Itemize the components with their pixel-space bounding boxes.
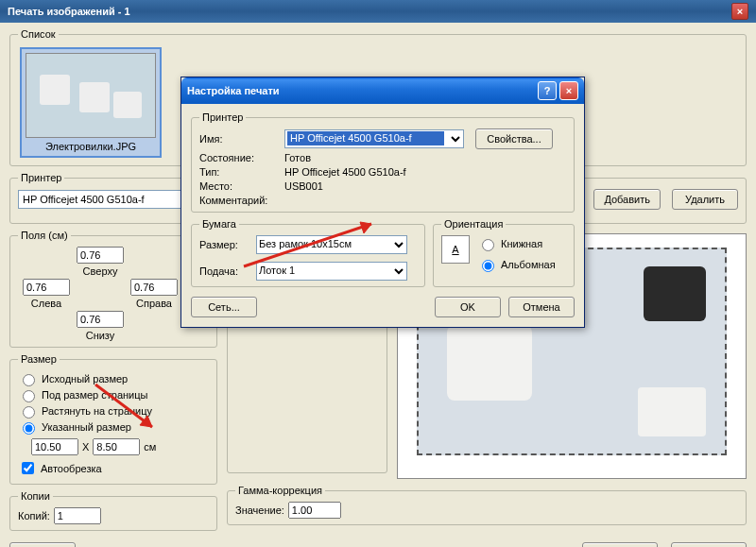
printer-properties-button[interactable]: Свойства... <box>475 128 553 149</box>
printer-status-value: Готов <box>284 152 566 163</box>
svg-marker-1 <box>360 222 371 233</box>
size-width-input[interactable] <box>31 438 78 455</box>
printer-legend: Принтер <box>18 172 64 183</box>
list-legend: Список <box>18 28 59 40</box>
size-legend: Размер <box>18 353 60 365</box>
margin-right-input[interactable] <box>130 279 178 296</box>
printer-name-value: HP Officejet 4500 G510a-f <box>287 131 444 145</box>
ok-button[interactable]: OK <box>435 297 501 317</box>
print-setup-dialog: Настройка печати ? × Принтер Имя: HP Off… <box>180 77 585 328</box>
copies-label: Копий: <box>18 510 50 521</box>
size-x-label: X <box>82 441 89 453</box>
svg-marker-3 <box>140 416 152 427</box>
dialog-orientation-fieldset: Ориентация A Книжная Альбомная <box>433 218 575 287</box>
annotation-arrow-2 <box>91 380 166 436</box>
window-close-button[interactable]: × <box>731 3 748 20</box>
dialog-printer-legend: Принтер <box>199 111 246 123</box>
copies-input[interactable] <box>54 507 101 524</box>
printer-type-value: HP Officejet 4500 G510a-f <box>284 166 566 178</box>
gamma-label: Значение: <box>235 504 284 516</box>
printer-where-value: USB001 <box>284 180 566 192</box>
margin-bottom-label: Снизу <box>86 330 115 341</box>
dialog-orientation-legend: Ориентация <box>441 218 506 230</box>
copies-legend: Копии <box>18 490 53 502</box>
window-title: Печать изображений - 1 <box>8 6 130 17</box>
size-height-input[interactable] <box>93 438 140 455</box>
copies-fieldset: Копии Копий: <box>9 490 217 531</box>
main-titlebar: Печать изображений - 1 × <box>0 0 756 23</box>
size-unit-label: см <box>144 441 156 453</box>
printer-type-label: Тип: <box>199 166 284 178</box>
reset-button[interactable]: Сброс <box>9 542 76 547</box>
gamma-fieldset: Гамма-коррекция Значение: <box>227 485 747 525</box>
margin-top-input[interactable] <box>77 247 124 264</box>
margin-left-label: Слева <box>31 298 61 309</box>
autocrop-checkbox[interactable]: Автообрезка <box>18 459 209 477</box>
annotation-arrow-1 <box>239 214 390 271</box>
remove-button[interactable]: Удалить <box>672 189 738 210</box>
thumbnail-image <box>26 53 156 138</box>
margin-right-label: Справа <box>136 298 172 309</box>
gamma-input[interactable] <box>288 502 341 519</box>
print-button[interactable]: Печать <box>582 542 658 547</box>
network-button[interactable]: Сеть... <box>191 297 257 317</box>
dialog-printer-fieldset: Принтер Имя: HP Officejet 4500 G510a-f С… <box>191 111 575 213</box>
thumbnail-label: Электровилки.JPG <box>26 138 156 152</box>
dialog-help-button[interactable]: ? <box>538 81 557 100</box>
printer-name-label: Имя: <box>199 133 284 145</box>
dialog-titlebar: Настройка печати ? × <box>181 77 584 104</box>
thumbnail-item[interactable]: Электровилки.JPG <box>20 47 162 158</box>
margin-top-label: Сверху <box>83 265 118 277</box>
svg-line-0 <box>244 224 371 266</box>
margins-legend: Поля (cм) <box>18 230 71 241</box>
add-button[interactable]: Добавить <box>593 189 661 210</box>
dialog-portrait-radio[interactable]: Книжная <box>477 236 556 251</box>
margin-left-input[interactable] <box>23 279 70 296</box>
printer-comment-label: Комментарий: <box>199 195 284 206</box>
dialog-paper-legend: Бумага <box>199 218 239 230</box>
orientation-icon: A <box>441 235 470 264</box>
printer-status-label: Состояние: <box>199 152 284 163</box>
dialog-landscape-radio[interactable]: Альбомная <box>477 257 556 272</box>
dialog-title: Настройка печати <box>187 85 280 96</box>
margin-bottom-input[interactable] <box>77 311 124 328</box>
cancel-button[interactable]: Отмена <box>671 542 747 547</box>
dialog-cancel-button[interactable]: Отмена <box>508 297 575 317</box>
printer-where-label: Место: <box>199 180 284 192</box>
dialog-close-button[interactable]: × <box>559 81 578 100</box>
gamma-legend: Гамма-коррекция <box>235 485 325 496</box>
